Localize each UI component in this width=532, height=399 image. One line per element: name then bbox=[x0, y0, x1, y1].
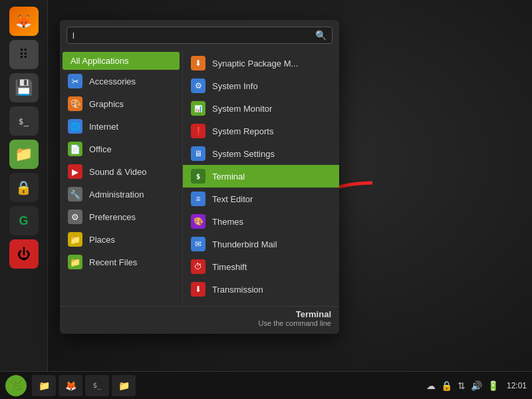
taskbar-time: 12:01 bbox=[507, 381, 527, 390]
system-monitor-label: System Monitor bbox=[212, 104, 272, 114]
taskbar-lock-icon: 🔒 bbox=[441, 380, 452, 391]
sidebar-icon-apps[interactable]: ⠿ bbox=[9, 40, 39, 69]
application-menu: 🔍 All Applications ✂ Accessories 🎨 Graph… bbox=[60, 20, 339, 334]
search-input[interactable] bbox=[72, 31, 315, 41]
right-item-system-settings[interactable]: 🖥 System Settings bbox=[183, 142, 339, 165]
tooltip-title: Terminal bbox=[68, 309, 331, 319]
taskbar-cloud-icon: ☁ bbox=[426, 380, 436, 391]
transmission-icon: ⬇ bbox=[191, 282, 205, 297]
taskbar-item-terminal[interactable]: $_ bbox=[85, 375, 109, 396]
sidebar-icon-grammarly[interactable]: G bbox=[9, 206, 39, 235]
taskbar-network-icon: ⇅ bbox=[458, 380, 466, 391]
system-info-label: System Info bbox=[212, 81, 258, 91]
right-item-thunderbird[interactable]: ✉ Thunderbird Mail bbox=[183, 233, 339, 255]
administration-label: Administration bbox=[89, 190, 144, 200]
accessories-icon: ✂ bbox=[68, 74, 82, 88]
right-item-transmission[interactable]: ⬇ Transmission bbox=[183, 278, 339, 301]
search-bar: 🔍 bbox=[60, 20, 339, 49]
timeshift-icon: ⏱ bbox=[191, 259, 205, 274]
left-item-administration[interactable]: 🔧 Administration bbox=[60, 183, 182, 205]
administration-icon: 🔧 bbox=[68, 187, 82, 201]
sound-video-label: Sound & Video bbox=[89, 167, 147, 177]
search-icon: 🔍 bbox=[315, 30, 327, 41]
right-item-system-info[interactable]: ⚙ System Info bbox=[183, 74, 339, 97]
themes-icon: 🎨 bbox=[191, 214, 205, 229]
system-settings-label: System Settings bbox=[212, 149, 275, 159]
taskbar-items: 📁 🦊 $_ 📁 bbox=[32, 375, 426, 396]
recent-files-label: Recent Files bbox=[89, 257, 137, 267]
graphics-icon: 🎨 bbox=[68, 96, 82, 111]
right-panel: ⬇ Synaptic Package M... ⚙ System Info 📊 … bbox=[183, 49, 339, 303]
system-settings-icon: 🖥 bbox=[191, 146, 205, 161]
tooltip-description: Use the command line bbox=[68, 319, 331, 327]
taskbar-item-folder2[interactable]: 📁 bbox=[112, 375, 136, 396]
places-label: Places bbox=[89, 235, 115, 245]
left-item-graphics[interactable]: 🎨 Graphics bbox=[60, 92, 182, 115]
sidebar-icon-firefox[interactable]: 🦊 bbox=[9, 7, 39, 36]
left-item-all-applications[interactable]: All Applications bbox=[63, 52, 180, 70]
left-item-places[interactable]: 📁 Places bbox=[60, 228, 182, 251]
thunderbird-icon: ✉ bbox=[191, 237, 205, 251]
right-item-themes[interactable]: 🎨 Themes bbox=[183, 210, 339, 233]
graphics-label: Graphics bbox=[89, 99, 124, 109]
office-label: Office bbox=[89, 144, 112, 154]
system-reports-label: System Reports bbox=[212, 126, 273, 136]
accessories-label: Accessories bbox=[89, 76, 136, 86]
right-item-system-reports[interactable]: ❗ System Reports bbox=[183, 120, 339, 142]
system-info-icon: ⚙ bbox=[191, 78, 205, 93]
synaptic-icon: ⬇ bbox=[191, 56, 205, 70]
left-item-recent-files[interactable]: 📁 Recent Files bbox=[60, 251, 182, 273]
mint-logo: 🌿 bbox=[9, 379, 23, 392]
sidebar-icon-drive[interactable]: 💾 bbox=[9, 73, 39, 102]
thunderbird-label: Thunderbird Mail bbox=[212, 239, 277, 249]
search-input-wrap: 🔍 bbox=[66, 27, 332, 44]
taskbar-item-folder1[interactable]: 📁 bbox=[32, 375, 56, 396]
sidebar-icon-power[interactable]: ⏻ bbox=[9, 239, 39, 269]
internet-icon: 🌐 bbox=[68, 119, 82, 134]
preferences-icon: ⚙ bbox=[68, 209, 82, 224]
terminal-icon: $ bbox=[191, 169, 205, 184]
system-reports-icon: ❗ bbox=[191, 124, 205, 138]
sidebar-icon-terminal[interactable]: $_ bbox=[9, 106, 39, 136]
left-panel: All Applications ✂ Accessories 🎨 Graphic… bbox=[60, 49, 183, 303]
taskbar-right: ☁ 🔒 ⇅ 🔊 🔋 12:01 bbox=[426, 380, 527, 391]
taskbar-battery-icon: 🔋 bbox=[487, 380, 499, 391]
right-item-system-monitor[interactable]: 📊 System Monitor bbox=[183, 97, 339, 120]
office-icon: 📄 bbox=[68, 142, 82, 156]
sidebar: 🦊 ⠿ 💾 $_ 📁 🔒 G ⏻ bbox=[0, 0, 48, 399]
left-item-preferences[interactable]: ⚙ Preferences bbox=[60, 205, 182, 228]
right-item-text-editor[interactable]: ≡ Text Editor bbox=[183, 188, 339, 210]
sidebar-icon-files[interactable]: 📁 bbox=[9, 140, 39, 169]
left-item-office[interactable]: 📄 Office bbox=[60, 138, 182, 160]
left-item-sound-video[interactable]: ▶ Sound & Video bbox=[60, 160, 182, 183]
left-item-internet[interactable]: 🌐 Internet bbox=[60, 115, 182, 138]
taskbar-item-firefox[interactable]: 🦊 bbox=[59, 375, 82, 396]
taskbar-volume-icon[interactable]: 🔊 bbox=[471, 380, 482, 391]
sound-video-icon: ▶ bbox=[68, 164, 82, 179]
transmission-label: Transmission bbox=[212, 285, 263, 295]
right-item-terminal[interactable]: $ Terminal bbox=[183, 165, 339, 188]
right-item-timeshift[interactable]: ⏱ Timeshift bbox=[183, 255, 339, 278]
preferences-label: Preferences bbox=[89, 212, 136, 222]
text-editor-icon: ≡ bbox=[191, 192, 205, 206]
system-monitor-icon: 📊 bbox=[191, 101, 205, 116]
internet-label: Internet bbox=[89, 122, 118, 132]
menu-tooltip: Terminal Use the command line bbox=[60, 306, 339, 329]
recent-files-icon: 📁 bbox=[68, 255, 82, 269]
themes-label: Themes bbox=[212, 217, 243, 227]
taskbar: 🌿 📁 🦊 $_ 📁 ☁ 🔒 ⇅ 🔊 🔋 12:01 bbox=[0, 371, 532, 399]
taskbar-mint-button[interactable]: 🌿 bbox=[5, 375, 27, 396]
sidebar-icon-lock[interactable]: 🔒 bbox=[9, 173, 39, 202]
terminal-label: Terminal bbox=[212, 172, 245, 182]
places-icon: 📁 bbox=[68, 232, 82, 247]
right-item-synaptic[interactable]: ⬇ Synaptic Package M... bbox=[183, 52, 339, 74]
menu-content: All Applications ✂ Accessories 🎨 Graphic… bbox=[60, 49, 339, 303]
timeshift-label: Timeshift bbox=[212, 262, 247, 272]
synaptic-label: Synaptic Package M... bbox=[212, 59, 298, 68]
text-editor-label: Text Editor bbox=[212, 194, 253, 204]
all-applications-label: All Applications bbox=[70, 56, 128, 66]
left-item-accessories[interactable]: ✂ Accessories bbox=[60, 70, 182, 92]
